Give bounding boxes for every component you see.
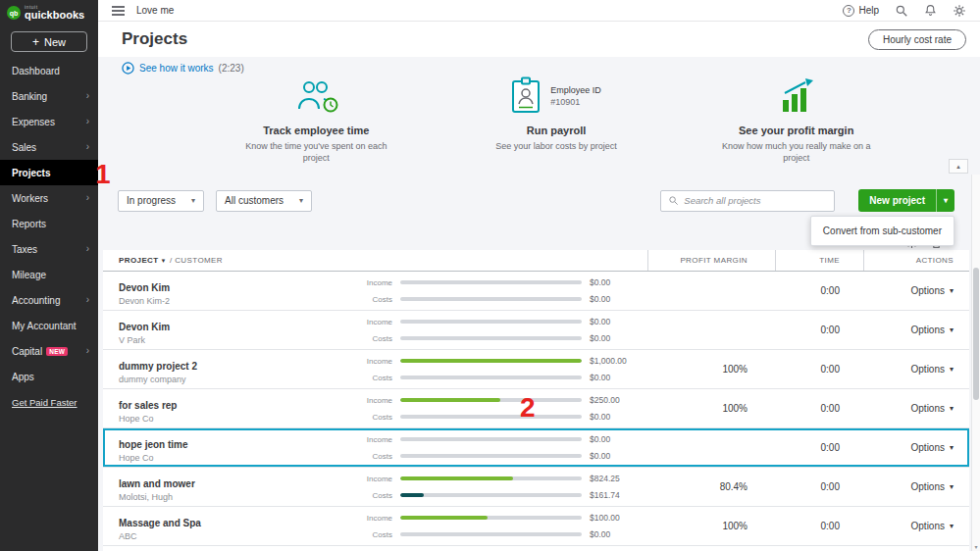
profit-margin-value: 80.4%	[647, 481, 775, 492]
project-name[interactable]: Devon Kim	[119, 282, 353, 293]
chevron-down-icon: ▾	[950, 522, 954, 530]
search-icon[interactable]	[895, 4, 908, 18]
sidebar-item-label: Apps	[12, 372, 34, 382]
promo-card-run-payroll: Employee ID #10901 Run payroll See your …	[446, 75, 667, 164]
income-label: Income	[353, 396, 392, 405]
table-row[interactable]: Massage and Spa ABC Income $100.00 Costs…	[103, 507, 969, 546]
vertical-scrollbar[interactable]: ▾	[971, 175, 980, 551]
sidebar-item-sales[interactable]: Sales ›	[0, 134, 98, 160]
convert-from-subcustomer-item[interactable]: Convert from sub-customer	[823, 225, 942, 236]
table-row[interactable]: dummy project 2 dummy company Income $1,…	[103, 350, 969, 389]
sidebar-item-expenses[interactable]: Expenses ›	[0, 109, 98, 134]
new-button[interactable]: + New	[11, 31, 87, 52]
project-name[interactable]: dummy project 2	[119, 361, 353, 372]
sort-desc-icon[interactable]: ▼	[161, 258, 167, 264]
sidebar-item-my-accountant[interactable]: My Accountant	[0, 313, 98, 338]
sidebar-item-label: Expenses	[12, 117, 55, 127]
table-row[interactable]: for sales rep Hope Co Income $250.00 Cos…	[103, 389, 969, 428]
income-label: Income	[353, 435, 392, 444]
table-row[interactable]: Devon Kim V Park Income $0.00 Costs $0.0…	[103, 311, 969, 350]
options-label: Options	[911, 481, 945, 492]
sidebar-item-apps[interactable]: Apps	[0, 364, 98, 389]
promo-card-track-time: Track employee time Know the time you've…	[206, 75, 427, 164]
options-button[interactable]: Options ▾	[863, 521, 969, 531]
project-name[interactable]: Massage and Spa	[119, 518, 353, 528]
time-value: 0:00	[775, 364, 863, 375]
sidebar-item-accounting[interactable]: Accounting ›	[0, 287, 98, 313]
sidebar-item-mileage[interactable]: Mileage	[0, 262, 98, 287]
sidebar-item-projects[interactable]: Projects	[0, 160, 98, 185]
employee-id-card-icon	[511, 76, 541, 116]
options-button[interactable]: Options ▾	[863, 285, 969, 296]
hourly-cost-rate-button[interactable]: Hourly cost rate	[868, 29, 966, 50]
customer-filter-dropdown[interactable]: All customers ▾	[216, 190, 312, 212]
project-name[interactable]: hope jeon time	[119, 439, 353, 450]
project-search-box[interactable]	[660, 190, 835, 212]
promo-banner: Track employee time Know the time you've…	[206, 75, 906, 164]
costs-label: Costs	[353, 334, 392, 343]
promo-title: See your profit margin	[739, 125, 853, 136]
hamburger-menu-icon[interactable]	[112, 6, 125, 16]
project-name[interactable]: for sales rep	[119, 400, 353, 411]
project-name[interactable]: lawn and mower	[119, 478, 353, 489]
costs-bar	[400, 415, 582, 419]
options-button[interactable]: Options ▾	[863, 325, 969, 335]
sidebar-item-dashboard[interactable]: Dashboard	[0, 58, 98, 83]
options-button[interactable]: Options ▾	[863, 403, 969, 414]
notifications-bell-icon[interactable]	[924, 4, 937, 17]
customer-name: Hope Co	[119, 453, 353, 463]
sidebar-item-label: Banking	[12, 91, 47, 102]
table-row[interactable]: lawn and mower Molotsi, Hugh Income $824…	[103, 468, 969, 507]
page-title: Projects	[122, 29, 187, 49]
project-column-header[interactable]: PROJECT	[119, 256, 159, 265]
quickbooks-label: quickbooks	[25, 10, 84, 21]
sidebar-item-label: Projects	[12, 168, 50, 178]
help-button[interactable]: ? Help	[843, 5, 879, 17]
profit-margin-value: 100%	[647, 403, 775, 414]
income-value: $250.00	[590, 395, 620, 405]
costs-bar	[400, 454, 582, 458]
income-label: Income	[353, 514, 392, 523]
sidebar-item-label: Dashboard	[12, 66, 60, 76]
options-button[interactable]: Options ▾	[863, 442, 969, 453]
company-name: Love me	[136, 5, 174, 16]
income-bar	[400, 280, 582, 284]
promo-title: Track employee time	[263, 125, 369, 136]
employee-id-value: #10901	[550, 97, 601, 107]
income-bar	[400, 359, 582, 363]
settings-gear-icon[interactable]	[953, 4, 966, 18]
status-filter-dropdown[interactable]: In progress ▾	[118, 190, 204, 212]
project-name[interactable]: Devon Kim	[119, 322, 353, 332]
search-input[interactable]	[684, 195, 827, 206]
time-value: 0:00	[775, 481, 863, 492]
options-label: Options	[911, 442, 945, 453]
sidebar-item-reports[interactable]: Reports	[0, 211, 98, 236]
new-badge: NEW	[46, 347, 68, 356]
new-project-split-button: New project ▾ Convert from sub-customer	[858, 189, 954, 212]
sidebar-item-capital[interactable]: Capital NEW ›	[0, 338, 98, 364]
sidebar-item-taxes[interactable]: Taxes ›	[0, 236, 98, 262]
see-how-duration: (2:23)	[219, 63, 244, 74]
sidebar-item-label: My Accountant	[12, 321, 77, 331]
chevron-right-icon: ›	[86, 244, 89, 254]
scrollbar-thumb[interactable]	[973, 268, 979, 400]
income-bar	[400, 476, 582, 480]
table-row[interactable]: Devon Kim Devon Kim-2 Income $0.00 Costs…	[103, 272, 969, 311]
sidebar-item-label: Reports	[12, 219, 46, 229]
customer-name: V Park	[119, 335, 353, 345]
sidebar-item-workers[interactable]: Workers ›	[0, 185, 98, 211]
collapse-banner-button[interactable]: ▴	[949, 159, 968, 174]
chevron-down-icon: ▾	[950, 326, 954, 334]
sidebar-item-get-paid-faster[interactable]: Get Paid Faster	[0, 389, 98, 415]
options-button[interactable]: Options ▾	[863, 481, 969, 492]
sidebar-item-banking[interactable]: Banking ›	[0, 83, 98, 109]
options-button[interactable]: Options ▾	[863, 364, 969, 375]
new-project-button[interactable]: New project	[858, 189, 936, 212]
table-row[interactable]: hope jeon time Hope Co Income $0.00 Cost…	[103, 428, 969, 468]
new-button-label: New	[44, 36, 66, 48]
see-how-it-works-link[interactable]: See how it works (2:23)	[122, 62, 244, 75]
plus-icon: +	[32, 35, 39, 49]
scrollbar-down-arrow-icon[interactable]: ▾	[972, 543, 980, 550]
filter-row: In progress ▾ All customers ▾ New projec…	[118, 189, 954, 212]
new-project-dropdown-toggle[interactable]: ▾	[936, 189, 954, 212]
